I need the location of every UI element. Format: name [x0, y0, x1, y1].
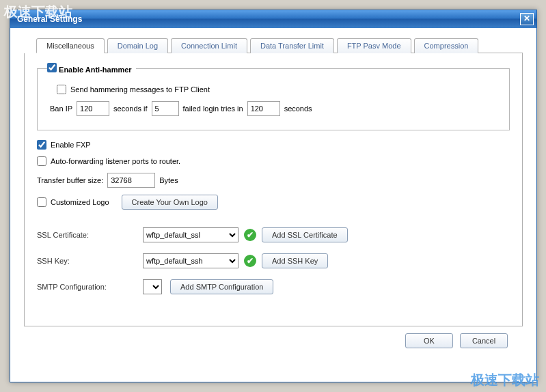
customized-logo-checkbox[interactable] [37, 197, 46, 207]
create-logo-button[interactable]: Create Your Own Logo [122, 195, 218, 210]
close-icon[interactable]: ✕ [520, 13, 534, 25]
cancel-button[interactable]: Cancel [460, 333, 508, 348]
auto-forwarding-checkbox[interactable] [37, 156, 46, 166]
tab-miscellaneous[interactable]: Miscellaneous [36, 38, 105, 53]
failed-tries-label: failed login tries in [183, 104, 243, 113]
titlebar: General Settings ✕ [10, 10, 536, 28]
failed-tries-input[interactable] [152, 101, 179, 116]
enable-fxp-checkbox[interactable] [37, 140, 46, 150]
ssh-key-select[interactable]: wftp_default_ssh [143, 253, 238, 268]
ok-button[interactable]: OK [405, 333, 453, 348]
check-ok-icon: ✔ [244, 229, 256, 241]
add-ssl-cert-button[interactable]: Add SSL Certificate [262, 227, 348, 242]
anti-hammer-group: Enable Anti-hammer Send hammering messag… [37, 63, 510, 130]
add-smtp-config-button[interactable]: Add SMTP Configuration [170, 279, 273, 294]
enable-anti-hammer-checkbox[interactable] [47, 63, 57, 72]
misc-panel: Enable Anti-hammer Send hammering messag… [24, 53, 523, 326]
smtp-config-select[interactable] [143, 279, 162, 294]
ssl-cert-select[interactable]: wftp_default_ssl [143, 227, 238, 242]
auto-forwarding-label: Auto-forwarding listener ports to router… [51, 157, 180, 165]
seconds-label: seconds [284, 104, 312, 113]
tab-strip: Miscellaneous Domain Log Connection Limi… [36, 38, 523, 53]
tab-domain-log[interactable]: Domain Log [107, 38, 168, 53]
enable-fxp-label: Enable FXP [51, 141, 91, 149]
smtp-config-label: SMTP Configuration: [37, 283, 143, 291]
ssl-cert-label: SSL Certificate: [37, 231, 143, 239]
enable-anti-hammer-label: Enable Anti-hammer [59, 66, 132, 74]
tab-compression[interactable]: Compression [414, 38, 479, 53]
transfer-buffer-input[interactable] [107, 173, 155, 188]
transfer-buffer-unit: Bytes [159, 176, 178, 184]
dialog-window: General Settings ✕ Miscellaneous Domain … [10, 10, 537, 382]
tab-connection-limit[interactable]: Connection Limit [171, 38, 247, 53]
seconds-if-label: seconds if [113, 104, 148, 113]
dialog-footer: OK Cancel [24, 326, 523, 348]
add-ssh-key-button[interactable]: Add SSH Key [262, 253, 328, 268]
ssh-key-label: SSH Key: [37, 257, 143, 265]
ban-ip-seconds-input[interactable] [77, 101, 109, 116]
tab-data-transfer-limit[interactable]: Data Transfer Limit [250, 38, 334, 53]
window-seconds-input[interactable] [247, 101, 280, 116]
send-hammering-messages-checkbox[interactable] [57, 85, 66, 94]
customized-logo-label: Customized Logo [51, 198, 109, 206]
check-ok-icon: ✔ [244, 255, 256, 267]
ban-ip-label: Ban IP [50, 104, 72, 113]
send-hammering-messages-label: Send hammering messages to FTP Client [70, 85, 210, 94]
content-area: Miscellaneous Domain Log Connection Limi… [10, 28, 536, 355]
window-title: General Settings [17, 14, 520, 24]
transfer-buffer-label: Transfer buffer size: [37, 176, 103, 184]
tab-ftp-pasv-mode[interactable]: FTP Pasv Mode [337, 38, 411, 53]
